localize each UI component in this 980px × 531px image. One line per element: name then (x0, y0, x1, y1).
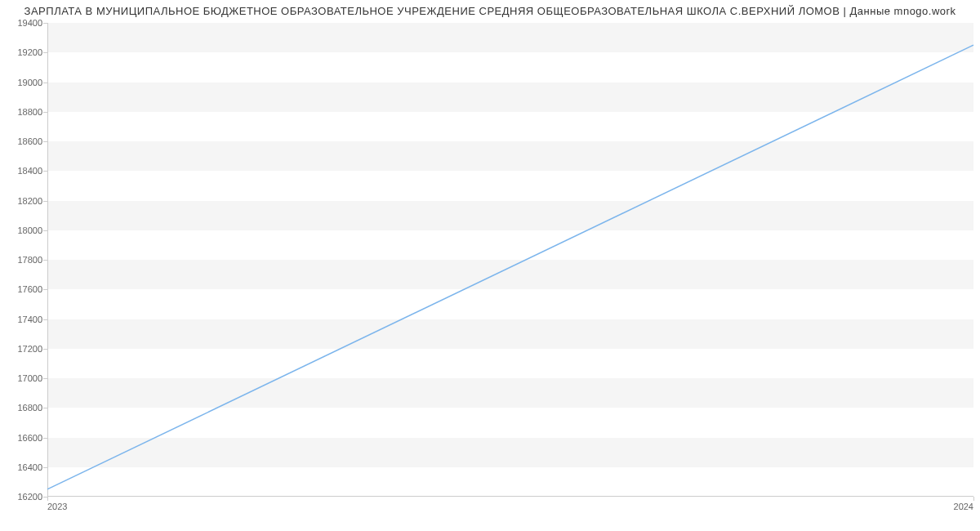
chart-svg (47, 23, 973, 497)
y-tick-label: 18800 (17, 107, 42, 117)
y-tick-label: 16600 (17, 433, 42, 443)
x-tick-label: 2023 (47, 502, 67, 511)
series-line (47, 45, 973, 489)
y-tick-label: 19000 (17, 78, 42, 87)
x-tick-label: 2024 (954, 502, 973, 511)
y-tick-label: 18600 (17, 136, 42, 146)
y-tick-label: 17200 (17, 344, 42, 354)
y-tick-label: 16200 (17, 492, 42, 502)
y-tick-label: 17800 (17, 255, 42, 265)
x-tick-mark (47, 497, 48, 501)
y-tick-label: 19200 (17, 47, 42, 57)
y-tick-label: 17600 (17, 284, 42, 294)
y-tick-label: 18000 (17, 225, 42, 235)
y-tick-label: 18200 (17, 196, 42, 206)
y-tick-label: 16800 (17, 403, 42, 413)
y-tick-label: 16400 (17, 462, 42, 472)
y-tick-label: 17000 (17, 373, 42, 383)
x-tick-mark (973, 497, 974, 501)
chart-title: ЗАРПЛАТА В МУНИЦИПАЛЬНОЕ БЮДЖЕТНОЕ ОБРАЗ… (0, 5, 980, 17)
y-tick-label: 19400 (17, 18, 42, 28)
y-tick-label: 18400 (17, 166, 42, 176)
chart-plot-area: 1620016400166001680017000172001740017600… (47, 23, 973, 497)
y-tick-label: 17400 (17, 315, 42, 324)
